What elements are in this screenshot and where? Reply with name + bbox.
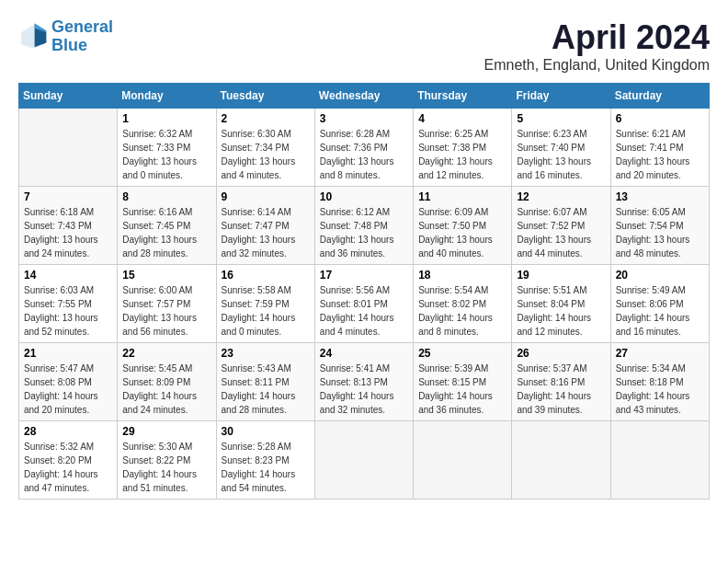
day-number: 15 <box>122 269 210 282</box>
calendar-cell: 21Sunrise: 5:47 AM Sunset: 8:08 PM Dayli… <box>19 343 118 421</box>
calendar-cell: 29Sunrise: 5:30 AM Sunset: 8:22 PM Dayli… <box>118 421 216 500</box>
day-info: Sunrise: 5:47 AM Sunset: 8:08 PM Dayligh… <box>24 362 112 417</box>
calendar-cell: 20Sunrise: 5:49 AM Sunset: 8:06 PM Dayli… <box>610 265 709 343</box>
location-subtitle: Emneth, England, United Kingdom <box>484 57 710 74</box>
calendar-cell: 19Sunrise: 5:51 AM Sunset: 8:04 PM Dayli… <box>512 265 610 343</box>
logo: General Blue <box>18 18 113 55</box>
day-info: Sunrise: 6:12 AM Sunset: 7:48 PM Dayligh… <box>320 205 408 260</box>
col-header-friday: Friday <box>512 84 610 109</box>
calendar-cell: 26Sunrise: 5:37 AM Sunset: 8:16 PM Dayli… <box>512 343 610 421</box>
calendar-cell: 15Sunrise: 6:00 AM Sunset: 7:57 PM Dayli… <box>118 265 216 343</box>
day-number: 11 <box>418 190 506 203</box>
calendar-cell: 24Sunrise: 5:41 AM Sunset: 8:13 PM Dayli… <box>314 343 413 421</box>
day-number: 29 <box>122 425 210 438</box>
calendar-cell: 23Sunrise: 5:43 AM Sunset: 8:11 PM Dayli… <box>216 343 314 421</box>
day-number: 26 <box>517 347 605 360</box>
day-info: Sunrise: 6:16 AM Sunset: 7:45 PM Dayligh… <box>122 205 210 260</box>
calendar-cell <box>610 421 709 500</box>
calendar-week-row: 1Sunrise: 6:32 AM Sunset: 7:33 PM Daylig… <box>19 109 710 187</box>
calendar-cell: 13Sunrise: 6:05 AM Sunset: 7:54 PM Dayli… <box>610 187 709 265</box>
col-header-saturday: Saturday <box>610 84 709 109</box>
day-info: Sunrise: 5:41 AM Sunset: 8:13 PM Dayligh… <box>320 362 408 417</box>
day-info: Sunrise: 5:45 AM Sunset: 8:09 PM Dayligh… <box>122 362 210 417</box>
day-info: Sunrise: 5:30 AM Sunset: 8:22 PM Dayligh… <box>122 440 210 495</box>
day-info: Sunrise: 5:54 AM Sunset: 8:02 PM Dayligh… <box>418 283 506 339</box>
day-number: 16 <box>222 269 310 282</box>
calendar-cell: 8Sunrise: 6:16 AM Sunset: 7:45 PM Daylig… <box>118 187 216 265</box>
logo-icon <box>18 22 48 52</box>
col-header-wednesday: Wednesday <box>314 84 413 109</box>
calendar-cell: 22Sunrise: 5:45 AM Sunset: 8:09 PM Dayli… <box>118 343 216 421</box>
calendar-cell: 7Sunrise: 6:18 AM Sunset: 7:43 PM Daylig… <box>19 187 118 265</box>
calendar-cell: 5Sunrise: 6:23 AM Sunset: 7:40 PM Daylig… <box>512 109 610 187</box>
day-number: 5 <box>517 112 605 125</box>
day-number: 24 <box>320 347 408 360</box>
col-header-monday: Monday <box>118 84 216 109</box>
calendar-cell: 4Sunrise: 6:25 AM Sunset: 7:38 PM Daylig… <box>414 109 512 187</box>
calendar-cell: 30Sunrise: 5:28 AM Sunset: 8:23 PM Dayli… <box>216 421 314 500</box>
day-info: Sunrise: 6:23 AM Sunset: 7:40 PM Dayligh… <box>517 127 605 182</box>
day-number: 19 <box>517 269 605 282</box>
day-number: 22 <box>122 347 210 360</box>
day-number: 2 <box>222 112 310 125</box>
page-header: General Blue April 2024 Emneth, England,… <box>18 18 710 74</box>
calendar-cell: 1Sunrise: 6:32 AM Sunset: 7:33 PM Daylig… <box>118 109 216 187</box>
col-header-tuesday: Tuesday <box>216 84 314 109</box>
day-number: 6 <box>616 112 704 125</box>
day-number: 12 <box>517 190 605 203</box>
logo-general: General <box>51 17 113 36</box>
calendar-cell: 3Sunrise: 6:28 AM Sunset: 7:36 PM Daylig… <box>314 109 413 187</box>
day-number: 27 <box>616 347 704 360</box>
day-number: 21 <box>24 347 112 360</box>
calendar-cell: 27Sunrise: 5:34 AM Sunset: 8:18 PM Dayli… <box>610 343 709 421</box>
day-number: 28 <box>24 425 112 438</box>
calendar-cell: 12Sunrise: 6:07 AM Sunset: 7:52 PM Dayli… <box>512 187 610 265</box>
day-info: Sunrise: 6:25 AM Sunset: 7:38 PM Dayligh… <box>418 127 506 182</box>
day-info: Sunrise: 5:37 AM Sunset: 8:16 PM Dayligh… <box>517 362 605 417</box>
day-info: Sunrise: 6:05 AM Sunset: 7:54 PM Dayligh… <box>616 205 704 260</box>
day-info: Sunrise: 6:03 AM Sunset: 7:55 PM Dayligh… <box>24 283 112 339</box>
calendar-cell: 16Sunrise: 5:58 AM Sunset: 7:59 PM Dayli… <box>216 265 314 343</box>
calendar-cell <box>19 109 118 187</box>
calendar-week-row: 28Sunrise: 5:32 AM Sunset: 8:20 PM Dayli… <box>19 421 710 500</box>
calendar-cell: 25Sunrise: 5:39 AM Sunset: 8:15 PM Dayli… <box>414 343 512 421</box>
calendar-cell: 18Sunrise: 5:54 AM Sunset: 8:02 PM Dayli… <box>414 265 512 343</box>
day-info: Sunrise: 5:49 AM Sunset: 8:06 PM Dayligh… <box>616 283 704 339</box>
day-number: 18 <box>418 269 506 282</box>
calendar-cell: 17Sunrise: 5:56 AM Sunset: 8:01 PM Dayli… <box>314 265 413 343</box>
day-info: Sunrise: 6:18 AM Sunset: 7:43 PM Dayligh… <box>24 205 112 260</box>
day-info: Sunrise: 5:43 AM Sunset: 8:11 PM Dayligh… <box>222 362 310 417</box>
day-info: Sunrise: 5:56 AM Sunset: 8:01 PM Dayligh… <box>320 283 408 339</box>
calendar-cell: 9Sunrise: 6:14 AM Sunset: 7:47 PM Daylig… <box>216 187 314 265</box>
day-info: Sunrise: 6:21 AM Sunset: 7:41 PM Dayligh… <box>616 127 704 182</box>
logo-text: General Blue <box>51 18 113 55</box>
day-info: Sunrise: 6:07 AM Sunset: 7:52 PM Dayligh… <box>517 205 605 260</box>
calendar-header-row: SundayMondayTuesdayWednesdayThursdayFrid… <box>19 84 710 109</box>
day-number: 1 <box>122 112 210 125</box>
calendar-cell: 10Sunrise: 6:12 AM Sunset: 7:48 PM Dayli… <box>314 187 413 265</box>
calendar-cell <box>512 421 610 500</box>
calendar-cell: 11Sunrise: 6:09 AM Sunset: 7:50 PM Dayli… <box>414 187 512 265</box>
day-info: Sunrise: 6:14 AM Sunset: 7:47 PM Dayligh… <box>222 205 310 260</box>
title-block: April 2024 Emneth, England, United Kingd… <box>484 18 710 74</box>
day-info: Sunrise: 6:09 AM Sunset: 7:50 PM Dayligh… <box>418 205 506 260</box>
calendar-cell: 28Sunrise: 5:32 AM Sunset: 8:20 PM Dayli… <box>19 421 118 500</box>
day-info: Sunrise: 6:28 AM Sunset: 7:36 PM Dayligh… <box>320 127 408 182</box>
day-info: Sunrise: 5:51 AM Sunset: 8:04 PM Dayligh… <box>517 283 605 339</box>
calendar-cell: 14Sunrise: 6:03 AM Sunset: 7:55 PM Dayli… <box>19 265 118 343</box>
logo-blue: Blue <box>51 36 87 54</box>
day-number: 13 <box>616 190 704 203</box>
day-info: Sunrise: 5:39 AM Sunset: 8:15 PM Dayligh… <box>418 362 506 417</box>
calendar-week-row: 21Sunrise: 5:47 AM Sunset: 8:08 PM Dayli… <box>19 343 710 421</box>
month-year-title: April 2024 <box>484 18 710 57</box>
day-info: Sunrise: 5:58 AM Sunset: 7:59 PM Dayligh… <box>222 283 310 339</box>
day-number: 14 <box>24 269 112 282</box>
day-number: 25 <box>418 347 506 360</box>
day-number: 8 <box>122 190 210 203</box>
day-info: Sunrise: 6:00 AM Sunset: 7:57 PM Dayligh… <box>122 283 210 339</box>
calendar-week-row: 14Sunrise: 6:03 AM Sunset: 7:55 PM Dayli… <box>19 265 710 343</box>
calendar-cell <box>314 421 413 500</box>
day-info: Sunrise: 5:28 AM Sunset: 8:23 PM Dayligh… <box>222 440 310 495</box>
day-number: 23 <box>222 347 310 360</box>
calendar-table: SundayMondayTuesdayWednesdayThursdayFrid… <box>18 83 710 500</box>
